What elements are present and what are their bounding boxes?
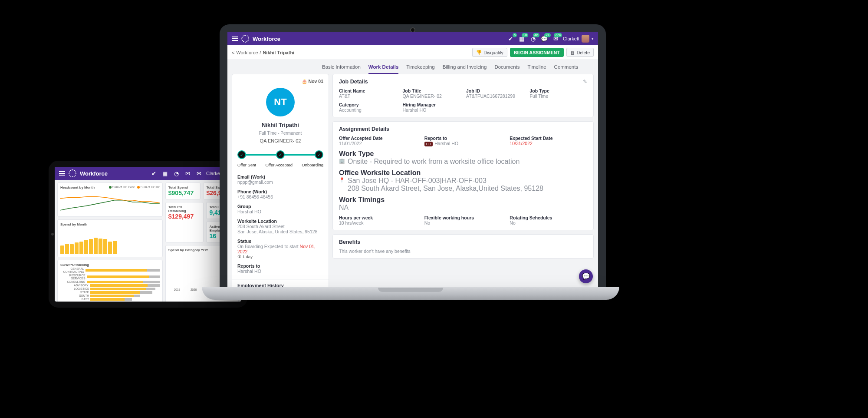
field-label: Work Type [339,150,587,158]
chevron-down-icon: ▾ [592,36,594,41]
field-label: Status [237,239,323,244]
chart-title: Spend by Month [60,222,160,226]
appbar: Workforce ✔5 ▦18 ◔46 💬21 ✉774 Clarkett ▾ [227,32,598,45]
profile-role: QA ENGINEER- 02 [237,138,323,143]
tablet-mockup: Workforce ✔ ▦ ◔ ✉ ✉ Clarkett ▾ [49,161,247,308]
breadcrumb-root[interactable]: Workforce [236,50,258,55]
job-details-card: Job Details ✎ Client NameAT&T Job TitleQ… [332,74,594,117]
header-icons: ✔5 ▦18 ◔46 💬21 ✉774 [506,35,559,43]
field-value: 10/31/2022 [510,141,587,146]
dob-badge: 🎂 Nov 01 [237,79,323,84]
step-node: ✓ [237,150,246,159]
clock-icon[interactable]: ◔46 [529,35,537,43]
tab-comments[interactable]: Comments [554,63,579,74]
cake-icon: 🎂 [302,79,307,84]
chat-icon[interactable]: 💬21 [540,35,548,43]
laptop-mockup: Workforce ✔5 ▦18 ◔46 💬21 ✉774 Clarkett ▾ [220,24,606,300]
breadcrumb-current: Nikhil Tripathi [263,50,294,55]
sow-row: SOUTH [60,294,160,297]
field-value: Full Time [530,93,588,99]
assignment-details-card: Assignment Details Offer Accepted Date11… [332,121,594,230]
profile-avatar: NT [266,88,295,116]
breadcrumb[interactable]: < Workforce / Nikhil Tripathi [232,50,294,55]
disqualify-button[interactable]: 👎Disqualify [472,48,507,57]
sow-row: LOGISTICS [60,287,160,290]
laptop-screen: Workforce ✔5 ▦18 ◔46 💬21 ✉774 Clarkett ▾ [227,32,598,289]
field-value: AT&T [339,93,397,99]
tab-basic-information[interactable]: Basic Information [322,63,361,74]
field-value: HHHarshal HO [424,141,502,146]
tab-documents[interactable]: Documents [494,63,519,74]
field-value: Onsite - Required to work from a worksit… [348,158,519,166]
chat-fab[interactable]: 💬 [579,269,593,283]
field-value: Accounting [339,107,397,113]
chat-icon[interactable]: ✉ [184,169,191,177]
back-icon[interactable]: < [232,50,234,55]
tasks-icon[interactable]: ✔5 [506,35,514,43]
mail-icon[interactable]: ✉ [195,169,203,177]
avatar [582,35,589,43]
spend-bar-chart [60,228,160,254]
begin-assignment-button[interactable]: BEGIN ASSIGNMENT [510,48,564,57]
field-label: Reports to [237,263,323,269]
step-node: ✓ [276,150,285,159]
building-icon: 🏢 [339,158,345,164]
calendar-icon[interactable]: ▦18 [518,35,526,43]
tablet-camera [51,233,54,236]
field-label: Office Worksite Location [339,169,587,177]
spend-chart-card: Spend by Month [57,219,163,257]
card-title: Benefits [339,239,360,245]
field-label: Category [339,102,397,107]
field-value: On Boarding Expected to start Nov 01, 20… [237,244,323,254]
calendar-icon[interactable]: ▦ [161,169,169,177]
breadcrumb-bar: < Workforce / Nikhil Tripathi 👎Disqualif… [227,45,598,60]
field-label: Expected Start Date [510,136,587,141]
field-value: Harshal HO [237,269,323,274]
thumbs-down-icon: 👎 [476,50,482,55]
field-value: nppp@gmail.com [237,179,323,185]
card-title: Job Details [339,79,368,85]
field-value: Harshal HO [403,107,460,113]
field-label: Group [237,204,323,209]
field-value: 208 South Akard StreetSan Jose, Alaska, … [237,224,323,234]
sow-row: EAST [60,298,160,301]
location-icon: 📍 [339,177,345,183]
profile-card: 🎂 Nov 01 NT Nikhil Tripathi Full Time - … [232,74,329,289]
tab-timekeeping[interactable]: Timekeeping [406,63,434,74]
edit-icon[interactable]: ✎ [583,79,587,85]
clock-icon[interactable]: ◔ [172,169,180,177]
delete-button[interactable]: 🗑Delete [566,48,594,57]
sow-row: GENERAL CONTRACTING [60,267,160,273]
tab-bar: Basic InformationWork DetailsTimekeeping… [227,60,598,74]
logo-icon [241,35,249,43]
sow-row: ADVISORY [60,284,160,287]
kpi-value: $905,747 [168,189,198,196]
field-label: Worksite Location [237,219,323,224]
field-value: No [424,220,502,226]
field-value: AT&TFUAC1667281299 [466,93,524,99]
sow-row: WEST [60,301,160,302]
chart-title: Headcount by Month [60,186,95,189]
status-ago: ① 1 day [237,254,323,259]
menu-icon[interactable] [59,171,65,176]
kpi-po-remaining: Total PO Remaining $129,497 [165,202,204,242]
kpi-value: $129,497 [168,213,201,220]
laptop-base [202,287,619,300]
menu-icon[interactable] [232,36,238,41]
field-label: Hiring Manager [403,102,460,107]
tab-billing-and-invoicing[interactable]: Billing and Invoicing [443,63,487,74]
field-value: No [510,220,587,226]
tab-timeline[interactable]: Timeline [528,63,546,74]
tab-work-details[interactable]: Work Details [368,63,398,74]
card-title: Assignment Details [339,126,389,132]
field-label: Email (Work) [237,174,323,179]
profile-emp-type: Full Time - Permanent [237,131,323,136]
tasks-icon[interactable]: ✔ [150,169,158,177]
mail-icon[interactable]: ✉774 [552,35,559,43]
profile-name: Nikhil Tripathi [237,122,323,128]
user-menu[interactable]: Clarkett ▾ [563,35,594,43]
step-labels: Offer SentOffer AcceptedOnboarding [237,163,323,167]
field-value: QA ENGINEER- 02 [403,93,460,99]
benefits-empty: This worker don't have any benefits [339,249,587,254]
field-label: Job ID [466,88,524,93]
